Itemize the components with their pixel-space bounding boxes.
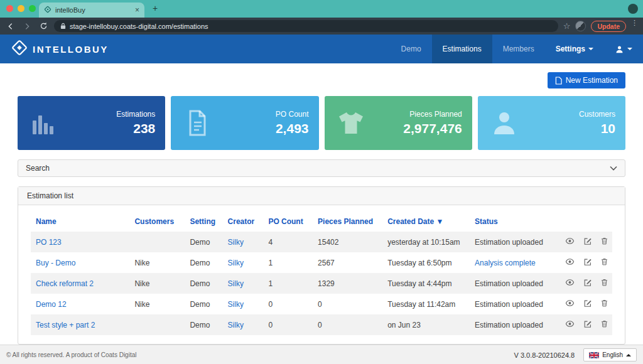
view-icon[interactable] (565, 237, 575, 247)
user-icon (615, 45, 624, 54)
language-selector[interactable]: English (583, 348, 637, 361)
view-icon[interactable] (565, 257, 575, 268)
forward-icon[interactable] (21, 21, 33, 32)
tab-close-icon[interactable]: × (135, 6, 139, 14)
minimize-window-icon[interactable] (18, 5, 24, 12)
cell-customers (129, 314, 185, 335)
language-label: English (602, 351, 623, 358)
column-header-setting[interactable]: Setting (185, 211, 222, 232)
table-row: Demo 12 Nike Demo Silky 0 0 Tuesday at 1… (31, 294, 612, 314)
url-field[interactable]: stage-intellobuy.coats-digital.com/estim… (54, 20, 558, 32)
nav-item-members[interactable]: Members (492, 35, 545, 63)
edit-icon[interactable] (583, 237, 592, 247)
estimation-name-link[interactable]: Demo 12 (36, 300, 67, 309)
column-header-status[interactable]: Status (470, 211, 554, 232)
cell-pieces-planned: 1329 (313, 273, 382, 294)
status-text: Analysis complete (470, 252, 554, 273)
cell-customers (129, 232, 185, 252)
cell-setting: Demo (185, 252, 222, 273)
edit-icon[interactable] (583, 257, 592, 268)
table-row: Test style + part 2 Demo Silky 0 0 on Ju… (31, 314, 612, 335)
estimation-name-link[interactable]: PO 123 (36, 238, 62, 247)
bookmark-star-icon[interactable]: ☆ (563, 21, 571, 31)
creator-link[interactable]: Silky (228, 259, 244, 267)
cell-po-count: 0 (263, 294, 313, 314)
delete-icon[interactable] (600, 257, 608, 268)
column-header-creator[interactable]: Creator (223, 211, 264, 232)
column-header-pieces-planned[interactable]: Pieces Planned (313, 211, 382, 232)
creator-link[interactable]: Silky (228, 321, 244, 329)
cell-customers: Nike (129, 294, 185, 314)
cell-created-date: Tuesday at 11:42am (382, 294, 470, 314)
status-text: Estimation uploaded (470, 232, 554, 252)
cell-customers: Nike (129, 273, 185, 294)
version-text: V 3.0.8-20210624.8 (514, 351, 575, 359)
table-row: Check reformat 2 Nike Demo Silky 1 1329 … (31, 273, 612, 294)
cell-created-date: yesterday at 10:15am (382, 232, 470, 252)
view-icon[interactable] (565, 299, 575, 309)
browser-avatar[interactable] (575, 21, 586, 31)
delete-icon[interactable] (600, 237, 608, 247)
document-icon (555, 77, 562, 85)
back-icon[interactable] (5, 21, 16, 32)
new-estimation-button[interactable]: New Estimation (548, 72, 625, 88)
edit-icon[interactable] (583, 278, 592, 289)
estimation-list-title: Estimation list (18, 187, 625, 205)
edit-icon[interactable] (583, 299, 592, 309)
creator-link[interactable]: Silky (228, 300, 244, 309)
copyright-text: © All rights reserved. A product of Coat… (6, 351, 136, 358)
estimation-name-link[interactable]: Buy - Demo (36, 259, 75, 267)
delete-icon[interactable] (600, 319, 608, 330)
tshirt-icon (336, 108, 366, 138)
reload-icon[interactable] (38, 21, 49, 32)
nav-item-demo[interactable]: Demo (391, 35, 432, 63)
delete-icon[interactable] (600, 278, 608, 289)
search-label: Search (26, 164, 50, 173)
window-controls[interactable] (6, 5, 36, 12)
nav-item-label: Estimations (443, 45, 482, 53)
view-icon[interactable] (565, 319, 575, 330)
estimation-name-link[interactable]: Test style + part 2 (36, 321, 95, 329)
close-window-icon[interactable] (6, 5, 13, 12)
cell-created-date: Tuesday at 6:50pm (382, 252, 470, 273)
stat-label: Pieces Planned (403, 110, 462, 119)
new-estimation-label: New Estimation (566, 76, 618, 85)
nav-item-label: Members (503, 45, 534, 53)
edit-icon[interactable] (583, 319, 592, 330)
chevron-down-icon (627, 48, 632, 50)
nav-item-settings[interactable]: Settings (545, 35, 604, 63)
column-header-name[interactable]: Name (31, 211, 129, 232)
chevron-down-icon (588, 48, 593, 50)
cell-po-count: 4 (263, 232, 313, 252)
brand-logo[interactable]: INTELLOBUY (11, 40, 109, 58)
column-header-po-count[interactable]: PO Count (263, 211, 313, 232)
bar-chart-icon (29, 108, 59, 138)
brand-name: INTELLOBUY (33, 44, 109, 55)
document-icon (182, 108, 212, 138)
browser-profile-icon[interactable] (628, 4, 638, 14)
creator-link[interactable]: Silky (228, 279, 244, 288)
browser-menu-icon[interactable]: ⋮ (631, 19, 638, 33)
nav-item-estimations[interactable]: Estimations (432, 35, 492, 63)
browser-address-bar: stage-intellobuy.coats-digital.com/estim… (0, 18, 643, 35)
creator-link[interactable]: Silky (228, 238, 244, 247)
user-menu[interactable] (604, 35, 643, 63)
main-content: New Estimation Estimations 238 PO (0, 63, 643, 345)
column-header-created-date[interactable]: Created Date ▼ (382, 211, 470, 232)
view-icon[interactable] (565, 278, 575, 289)
new-tab-button[interactable]: + (149, 3, 161, 14)
lock-icon (60, 21, 66, 32)
stat-card-customers: Customers 10 (478, 96, 625, 150)
status-text: Estimation uploaded (470, 294, 554, 314)
search-collapse-panel[interactable]: Search (18, 159, 625, 177)
stat-value: 2,493 (276, 121, 309, 136)
cell-po-count: 0 (263, 314, 313, 335)
status-text: Estimation uploaded (470, 273, 554, 294)
update-button[interactable]: Update (591, 21, 626, 32)
column-header-customers[interactable]: Customers (129, 211, 185, 232)
estimation-name-link[interactable]: Check reformat 2 (36, 279, 94, 288)
maximize-window-icon[interactable] (29, 5, 36, 12)
browser-tab[interactable]: intelloBuy × (39, 3, 144, 18)
cell-setting: Demo (185, 294, 222, 314)
delete-icon[interactable] (600, 299, 608, 309)
